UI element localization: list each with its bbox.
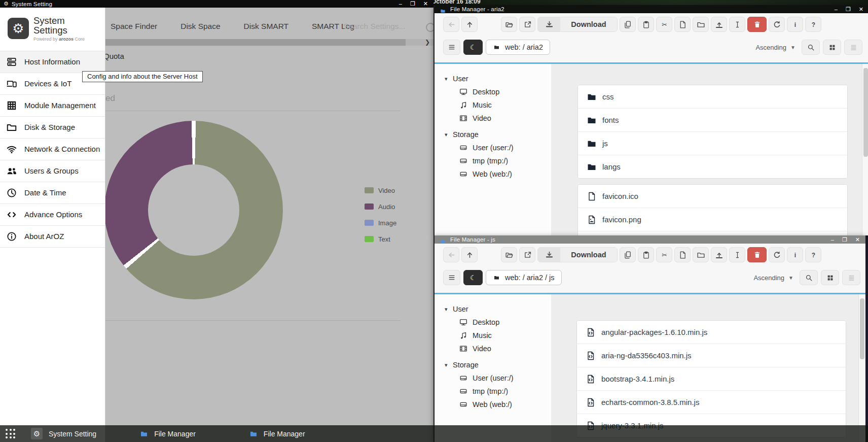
toolbar-button[interactable] [620, 247, 636, 262]
toolbar-button[interactable] [638, 247, 654, 262]
settings-tab[interactable]: Space Finder [111, 22, 157, 31]
legend-item[interactable]: Audio [365, 198, 396, 215]
file-row[interactable]: angular-packages-1.6.10.min.js [577, 321, 846, 344]
tree-row[interactable]: Video [435, 342, 551, 355]
vertical-scrollbar[interactable] [862, 64, 868, 235]
toolbar-button[interactable] [501, 17, 517, 32]
toolbar-button[interactable] [674, 17, 691, 32]
toolbar-button[interactable] [711, 17, 727, 32]
search-button[interactable] [800, 270, 818, 285]
tree-row[interactable]: ▾ Storage [435, 358, 551, 371]
chevron-down-icon[interactable]: ▼ [790, 45, 795, 50]
dark-mode-button[interactable]: ☾ [463, 40, 483, 55]
toolbar-button[interactable] [787, 17, 803, 32]
file-row[interactable]: css [578, 85, 847, 109]
sidebar-nav-item[interactable]: Network & Connection [0, 139, 105, 160]
tree-row[interactable]: ▾ User [435, 302, 551, 316]
toolbar-button[interactable] [519, 17, 535, 32]
file-row[interactable]: echarts-common-3.8.5.min.js [577, 391, 846, 414]
maximize-button[interactable]: ❐ [846, 7, 851, 12]
sidebar-nav-item[interactable]: Host Information [0, 51, 105, 73]
toolbar-button[interactable] [747, 17, 767, 32]
toolbar-button[interactable] [693, 247, 709, 262]
minimize-button[interactable]: – [831, 237, 834, 243]
toolbar-button[interactable] [729, 17, 745, 32]
toolbar-button[interactable] [443, 247, 459, 262]
sidebar-nav-item[interactable]: Disk & Storage [0, 117, 105, 139]
taskbar-item-system-setting[interactable]: System Setting [49, 430, 96, 438]
legend-item[interactable]: Video [365, 182, 396, 198]
menu-button[interactable] [443, 40, 460, 55]
folder-icon[interactable] [248, 430, 259, 438]
scrollbar-thumb[interactable] [105, 39, 406, 46]
tree-row[interactable]: User (user:/) [435, 371, 551, 385]
toolbar-button[interactable] [769, 17, 785, 32]
chevron-down-icon[interactable]: ▼ [788, 275, 793, 281]
toolbar-button[interactable] [711, 247, 727, 262]
settings-tab[interactable]: Disk Space [180, 22, 220, 31]
folder-icon[interactable] [139, 430, 149, 438]
sort-order-select[interactable]: Ascending [753, 274, 784, 282]
file-row[interactable]: aria-ng-da5356c403.min.js [577, 344, 846, 367]
file-row[interactable]: index.html [578, 231, 847, 235]
taskbar-item-file-manager-2[interactable]: File Manager [264, 430, 305, 438]
toolbar-button[interactable] [787, 247, 803, 262]
toolbar-button[interactable] [747, 247, 767, 262]
file-row[interactable]: langs [578, 155, 847, 178]
download-button[interactable]: Download [537, 247, 618, 262]
maximize-button[interactable]: ❐ [842, 237, 847, 243]
list-view-button[interactable] [842, 270, 860, 285]
search-icon[interactable] [426, 23, 433, 32]
toolbar-button[interactable] [519, 247, 535, 262]
gear-icon[interactable]: ⚙ [31, 428, 43, 439]
sidebar-nav-item[interactable]: Users & Groups [0, 160, 105, 182]
search-button[interactable] [802, 40, 820, 55]
file-row[interactable]: bootstrap-3.4.1.min.js [577, 367, 846, 391]
grid-view-button[interactable] [821, 270, 839, 285]
tree-row[interactable]: ▾ Storage [435, 128, 551, 141]
sidebar-nav-item[interactable]: Module Management [0, 95, 105, 117]
toolbar-button[interactable] [620, 17, 636, 32]
toolbar-button[interactable] [501, 247, 517, 262]
app-launcher-icon[interactable] [6, 429, 15, 438]
file-row[interactable]: fonts [578, 109, 847, 132]
toolbar-button[interactable] [461, 247, 478, 262]
search-settings-input[interactable]: Search Settings... [343, 22, 405, 31]
breadcrumb[interactable]: web: / aria2 [486, 40, 550, 55]
close-button[interactable]: ✕ [855, 237, 860, 243]
sidebar-nav-item[interactable]: About ArOZ [0, 226, 105, 248]
toolbar-button[interactable] [443, 17, 459, 32]
tree-row[interactable]: Music [435, 329, 551, 342]
taskbar-item-file-manager-1[interactable]: File Manager [154, 430, 196, 438]
toolbar-button[interactable] [805, 247, 821, 262]
tree-row[interactable]: Web (web:/) [435, 398, 551, 411]
sidebar-nav-item[interactable]: Date & Time [0, 182, 105, 204]
tree-row[interactable]: Web (web:/) [435, 167, 551, 181]
list-view-button[interactable] [844, 40, 862, 55]
tree-row[interactable]: ▾ User [435, 72, 551, 85]
toolbar-button[interactable] [693, 17, 709, 32]
tree-row[interactable]: Video [435, 112, 551, 125]
tree-row[interactable]: tmp (tmp:/) [435, 385, 551, 398]
toolbar-button[interactable] [461, 17, 478, 32]
tree-row[interactable]: User (user:/) [435, 141, 551, 154]
toolbar-button[interactable] [729, 247, 745, 262]
menu-button[interactable] [443, 270, 460, 285]
toolbar-button[interactable] [638, 17, 654, 32]
scrollbar-thumb[interactable] [860, 298, 864, 359]
file-row[interactable]: js [578, 132, 847, 155]
vertical-scrollbar[interactable] [858, 294, 865, 442]
tree-row[interactable]: Music [435, 98, 551, 112]
maximize-button[interactable]: ❐ [410, 1, 415, 7]
toolbar-button[interactable] [805, 17, 821, 32]
close-button[interactable]: ✕ [859, 7, 863, 12]
toolbar-button[interactable] [656, 247, 672, 262]
sort-order-select[interactable]: Ascending [755, 44, 786, 51]
tree-row[interactable]: Desktop [435, 316, 551, 329]
file-row[interactable]: favicon.png [578, 208, 847, 231]
sidebar-nav-item[interactable]: Advance Options [0, 204, 105, 226]
legend-item[interactable]: Text [365, 231, 396, 247]
minimize-button[interactable]: – [399, 1, 402, 7]
donut-chart[interactable] [105, 121, 283, 299]
toolbar-button[interactable] [656, 17, 672, 32]
